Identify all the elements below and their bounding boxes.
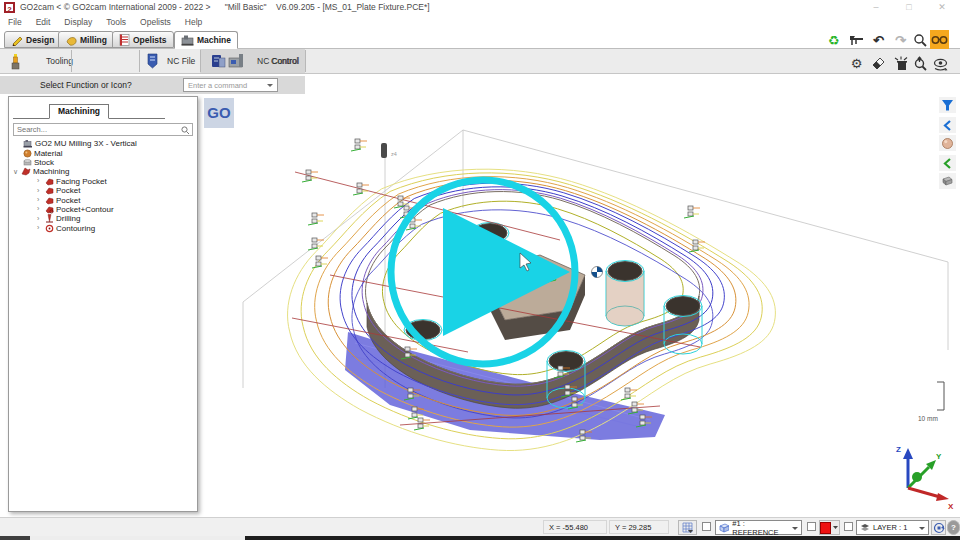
tree-item-contouring[interactable]: Contouring [13,224,195,233]
chevron-right-icon[interactable] [37,177,43,185]
menu-bar: File Edit Display Tools Opelists Help [0,15,960,29]
menu-opelists[interactable]: Opelists [140,17,171,27]
reference-checkbox[interactable] [702,522,711,531]
scale-ruler: 10 mm [918,382,944,422]
milling-icon [65,34,77,46]
zoom-icon[interactable] [911,31,930,50]
tool-center-ball [592,267,603,278]
search-icon [181,126,190,135]
title-bar: 2 GO2cam < © GO2cam International 2009 -… [0,0,960,15]
color-checkbox[interactable] [807,522,816,531]
search-input[interactable] [13,123,193,136]
chevron-right-icon[interactable] [37,215,43,223]
tree-item-drilling[interactable]: Drilling [13,214,195,223]
video-play-overlay[interactable] [391,180,575,364]
tree-label: Material [34,149,62,158]
tree-label: Contouring [56,224,95,233]
tree-item-material[interactable]: Material [13,148,195,157]
menu-file[interactable]: File [8,17,22,27]
eraser-icon[interactable] [869,54,888,73]
group-separator [200,50,201,72]
tree-item-machine[interactable]: GO2 MU Milling 3X - Vertical [13,139,195,148]
group-separator [305,50,306,72]
stock-icon [23,158,32,167]
go-logo: GO [204,98,234,128]
minimize-button[interactable]: – [865,1,887,14]
color-swatch-button[interactable] [819,520,840,535]
facing-pocket-icon [45,177,54,186]
chevron-right-icon[interactable] [37,196,43,204]
menu-edit[interactable]: Edit [36,17,51,27]
axis-y-label: Y [936,452,942,461]
nc-control-icon [211,53,227,69]
tooling-button[interactable]: Tooling [2,49,73,73]
nc-control-label: NC Control [257,56,299,66]
menu-help[interactable]: Help [185,17,202,27]
chevron-right-icon[interactable] [37,187,43,195]
layer-value: LAYER : 1 [873,523,907,532]
go2cam-window: 2 GO2cam < © GO2cam International 2009 -… [0,0,960,540]
drilling-icon [45,214,54,223]
axis-z-label: Z [896,445,901,454]
rotate-eye-icon[interactable] [931,54,950,73]
tab-milling[interactable]: Milling [58,31,114,48]
app-icon: 2 [4,2,15,13]
tab-machine[interactable]: Machine [174,31,238,49]
axis-x-label: X [948,502,954,511]
collapse-left-green-icon[interactable] [939,155,956,171]
svg-text:10 mm: 10 mm [918,415,938,422]
regenerate-icon[interactable]: ♻ [824,31,843,50]
shaded-view-icon[interactable] [939,135,956,151]
tab-machining[interactable]: Machining [49,104,109,119]
caliper-icon[interactable] [847,31,866,50]
filter-icon[interactable] [939,97,956,113]
tab-opelists-label: Opelists [133,35,167,45]
collapse-left-blue-icon[interactable] [939,117,956,133]
nc-control-button[interactable]: NC Control [205,49,299,73]
tab-machine-label: Machine [197,35,231,45]
tab-design[interactable]: Design [4,31,61,48]
layer-combobox[interactable]: LAYER : 1 [856,520,929,535]
tree-item-pocket[interactable]: Pocket [13,186,195,195]
rotate-view-button[interactable] [931,520,946,535]
reference-combobox[interactable]: #1 : REFERENCE [715,520,802,535]
nc-file-button[interactable]: NC File [140,49,195,73]
tree-item-pocket[interactable]: Pocket [13,195,195,204]
viewport-canvas[interactable]: z4 10 mm Z Y X [200,88,960,512]
grid-toggle-button[interactable] [678,520,697,535]
machining-tools-icon[interactable]: ⚙ [847,54,866,73]
machining-icon [21,167,31,176]
tab-opelists[interactable]: Opelists [112,31,174,48]
chevron-right-icon[interactable] [37,224,43,232]
chevron-right-icon[interactable] [37,205,43,213]
caret-down-icon [832,522,839,533]
tree-label: Drilling [56,214,80,223]
zoom-extents-icon[interactable] [911,54,930,73]
nc-file-label: NC File [167,56,195,66]
undo-icon[interactable]: ↶ [869,31,888,50]
bottom-strip-segment [245,536,960,540]
help-icon[interactable]: ? [947,520,960,535]
tree-label: Facing Pocket [56,177,107,186]
chevron-down-icon[interactable] [13,168,19,176]
bottom-strip-segment [30,536,245,540]
wireframe-box-icon[interactable] [939,173,956,189]
menu-tools[interactable]: Tools [106,17,126,27]
group-separator [71,50,72,72]
tree-item-machining[interactable]: Machining [13,167,195,176]
visibility-glasses-icon[interactable] [930,30,949,49]
tree-item-pocket-contour[interactable]: Pocket+Contour [13,205,195,214]
clean-regen-icon[interactable] [891,54,910,73]
tree-item-stock[interactable]: Stock [13,158,195,167]
red-swatch [820,522,831,534]
tree-label: GO2 MU Milling 3X - Vertical [35,139,137,148]
layer-checkbox[interactable] [844,522,853,531]
redo-icon[interactable]: ↷ [891,31,910,50]
y-coordinate: Y = 29.285 [609,520,669,534]
tree-item-facing-pocket[interactable]: Facing Pocket [13,177,195,186]
close-button[interactable]: ✕ [931,1,953,14]
command-prompt-label: Select Function or Icon? [40,80,132,90]
pocket-contour-icon [45,205,54,214]
maximize-button[interactable]: □ [898,1,920,14]
menu-display[interactable]: Display [64,17,92,27]
